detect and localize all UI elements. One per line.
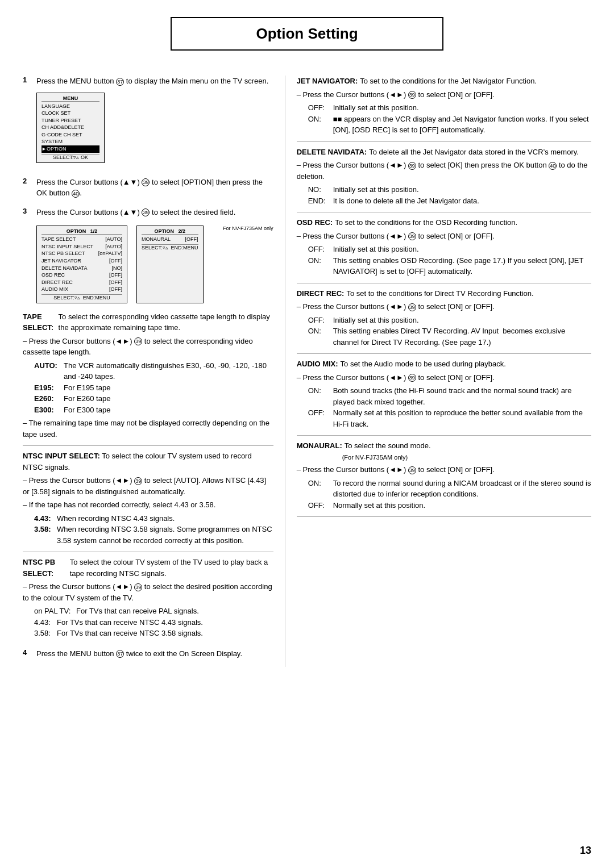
jet-nav-on: ON:■■ appears on the VCR display and Jet… bbox=[308, 114, 591, 136]
monaural-term: MONAURAL: bbox=[297, 440, 342, 452]
page-title: Option Setting bbox=[256, 25, 358, 42]
direct-rec-items: OFF:Initially set at this position. ON:T… bbox=[308, 315, 591, 348]
direct-rec-dash: – Press the Cursor buttons (◄►) 39 to se… bbox=[297, 301, 591, 312]
divider-r6 bbox=[297, 516, 591, 517]
section-tape-select: TAPE SELECT: To select the corresponding… bbox=[23, 311, 273, 440]
tape-note: – The remaining tape time may not be dis… bbox=[23, 418, 273, 440]
menu-row-language: LANGUAGE bbox=[42, 103, 99, 110]
tape-select-term: TAPE SELECT: bbox=[23, 311, 56, 333]
step-2-num: 2 bbox=[23, 177, 33, 199]
monaural-dash: – Press the Cursor buttons (◄►) 39 to se… bbox=[297, 464, 591, 475]
jet-nav-header: JET NAVIGATOR: To set to the conditions … bbox=[297, 76, 591, 87]
delete-nav-header: DELETE NAVIDATA: To delete all the Jet N… bbox=[297, 147, 591, 158]
step-1: 1 Press the MENU button 37 to display th… bbox=[23, 76, 273, 169]
opt-tape: TAPE SELECT[AUTO] bbox=[42, 236, 122, 243]
section-ntsc-input: NTSC INPUT SELECT: To select the colour … bbox=[23, 450, 273, 546]
right-column: JET NAVIGATOR: To set to the conditions … bbox=[285, 76, 591, 667]
opt-jet: JET NAVIGATOR[OFF] bbox=[42, 257, 122, 265]
monaural-header: MONAURAL: To select the sound mode. bbox=[297, 440, 591, 452]
ntsc-input-header: NTSC INPUT SELECT: To select the colour … bbox=[23, 450, 273, 473]
direct-rec-on: ON:This setting enables Direct TV Record… bbox=[308, 326, 591, 348]
ntsc-443: 4.43:When recording NTSC 4.43 signals. bbox=[34, 513, 273, 524]
tape-select-header: TAPE SELECT: To select the corresponding… bbox=[23, 311, 273, 333]
menu-row-clock: CLOCK SET bbox=[42, 110, 99, 117]
tape-select-desc: To select the corresponding video casset… bbox=[59, 311, 273, 333]
monaural-items: ON:To record the normal sound during a N… bbox=[308, 478, 591, 511]
step-2-content: Press the Cursor buttons (▲▼) 39 to sele… bbox=[36, 177, 273, 199]
delete-nav-term: DELETE NAVIDATA: bbox=[297, 147, 367, 158]
opt-osd: OSD REC[OFF] bbox=[42, 272, 122, 279]
divider-1 bbox=[23, 445, 273, 446]
section-osd-rec: OSD REC: To set to the conditions for th… bbox=[297, 217, 591, 277]
ntsc-pb-items: on PAL TV:For TVs that can receive PAL s… bbox=[34, 606, 273, 639]
option-screen-1-bottom: SELECT:▿▵ END:MENU bbox=[42, 294, 122, 301]
left-column: 1 Press the MENU button 37 to display th… bbox=[23, 76, 285, 667]
menu-row-ch: CH ADD&DELETE bbox=[42, 124, 99, 131]
osd-rec-on: ON:This setting enables OSD Recording. (… bbox=[308, 255, 591, 277]
divider-r1 bbox=[297, 141, 591, 142]
menu-row-system: SYSTEM bbox=[42, 138, 99, 145]
monaural-off: OFF:Normally set at this position. bbox=[308, 500, 591, 511]
section-jet-nav: JET NAVIGATOR: To set to the conditions … bbox=[297, 76, 591, 136]
audio-mix-header: AUDIO MIX: To set the Audio mode to be u… bbox=[297, 358, 591, 370]
jet-nav-off: OFF:Initially set at this position. bbox=[308, 102, 591, 114]
audio-mix-desc: To set the Audio mode to be used during … bbox=[341, 358, 506, 370]
step-2: 2 Press the Cursor buttons (▲▼) 39 to se… bbox=[23, 177, 273, 199]
monaural-note: (For NV-FJ735AM only) bbox=[342, 453, 591, 462]
step-1-text: Press the MENU button 37 to display the … bbox=[36, 76, 273, 87]
delete-nav-no: NO:Initially set at this position. bbox=[308, 184, 591, 195]
opt-audio: AUDIO MIX[OFF] bbox=[42, 286, 122, 293]
divider-r4 bbox=[297, 353, 591, 354]
step-3-text: Press the Cursor buttons (▲▼) 39 to sele… bbox=[36, 207, 273, 218]
step-3-content: Press the Cursor buttons (▲▼) 39 to sele… bbox=[36, 207, 273, 303]
option-screen-2: OPTION 2/2 MONAURAL[OFF] SELECT:▿▵ END:M… bbox=[136, 226, 204, 303]
osd-rec-dash: – Press the Cursor buttons (◄►) 39 to se… bbox=[297, 231, 591, 242]
ntsc-input-note: – If the tape has not recorded correctly… bbox=[23, 499, 273, 511]
step-3: 3 Press the Cursor buttons (▲▼) 39 to se… bbox=[23, 207, 273, 303]
option-screens: OPTION 1/2 TAPE SELECT[AUTO] NTSC INPUT … bbox=[36, 226, 273, 303]
delete-nav-end: END:It is done to delete all the Jet Nav… bbox=[308, 195, 591, 207]
direct-rec-desc: To set to the conditions for Direct TV R… bbox=[346, 288, 533, 299]
menu-screen-box: MENU LANGUAGE CLOCK SET TUNER PRESET CH … bbox=[36, 93, 105, 163]
ntsc-pb-pal: on PAL TV:For TVs that can receive PAL s… bbox=[34, 606, 273, 617]
option-screen-2-bottom: SELECT:▿▵ END:MENU bbox=[142, 244, 198, 251]
osd-rec-header: OSD REC: To set to the conditions for th… bbox=[297, 217, 591, 228]
menu-screen-title: MENU bbox=[42, 95, 99, 102]
menu-row-tuner: TUNER PRESET bbox=[42, 117, 99, 124]
menu-screen-bottom: SELECT:▿▵ OK bbox=[42, 154, 99, 160]
option-screen-1: OPTION 1/2 TAPE SELECT[AUTO] NTSC INPUT … bbox=[36, 226, 127, 303]
opt-mono: MONAURAL[OFF] bbox=[142, 236, 198, 243]
jet-nav-term: JET NAVIGATOR: bbox=[297, 76, 358, 87]
left-sections: TAPE SELECT: To select the corresponding… bbox=[23, 311, 273, 639]
menu-row-gcode: G-CODE CH SET bbox=[42, 131, 99, 139]
audio-mix-term: AUDIO MIX: bbox=[297, 358, 338, 370]
audio-mix-dash: – Press the Cursor buttons (◄►) 39 to se… bbox=[297, 372, 591, 383]
option-screen-2-title: OPTION 2/2 bbox=[142, 228, 198, 235]
ntsc-pb-term: NTSC PB SELECT: bbox=[23, 557, 68, 579]
ntsc-pb-358: 3.58:For TVs that can receive NTSC 3.58 … bbox=[34, 628, 273, 639]
step-3-num: 3 bbox=[23, 207, 33, 303]
jet-nav-dash: – Press the Cursor buttons (◄►) 39 to se… bbox=[297, 89, 591, 101]
tape-e195: E195:For E195 tape bbox=[34, 382, 273, 394]
section-audio-mix: AUDIO MIX: To set the Audio mode to be u… bbox=[297, 358, 591, 429]
title-box: Option Setting bbox=[171, 17, 443, 51]
monaural-desc: To select the sound mode. bbox=[345, 440, 431, 452]
opt-direct: DIRECT REC[OFF] bbox=[42, 279, 122, 286]
step-4-num: 4 bbox=[23, 648, 33, 660]
divider-r2 bbox=[297, 212, 591, 212]
page: Option Setting 1 Press the MENU button 3… bbox=[0, 0, 614, 868]
opt-ntsc-in: NTSC INPUT SELECT[AUTO] bbox=[42, 243, 122, 251]
step-4-text: Press the MENU button 37 twice to exit t… bbox=[36, 648, 273, 660]
osd-rec-desc: To set to the conditions for the OSD Rec… bbox=[335, 217, 517, 228]
page-number: 13 bbox=[580, 845, 591, 857]
osd-rec-off: OFF:Initially set at this position. bbox=[308, 244, 591, 255]
divider-r5 bbox=[297, 435, 591, 436]
divider-2 bbox=[23, 552, 273, 552]
opt-delete: DELETE NAVIDATA[NO] bbox=[42, 265, 122, 272]
tape-select-dash: – Press the Cursor buttons (◄►) 39 to se… bbox=[23, 336, 273, 358]
step-1-content: Press the MENU button 37 to display the … bbox=[36, 76, 273, 169]
osd-rec-items: OFF:Initially set at this position. ON:T… bbox=[308, 244, 591, 277]
osd-rec-term: OSD REC: bbox=[297, 217, 333, 228]
delete-nav-items: NO:Initially set at this position. END:I… bbox=[308, 184, 591, 206]
ntsc-input-term: NTSC INPUT SELECT: bbox=[23, 452, 100, 460]
